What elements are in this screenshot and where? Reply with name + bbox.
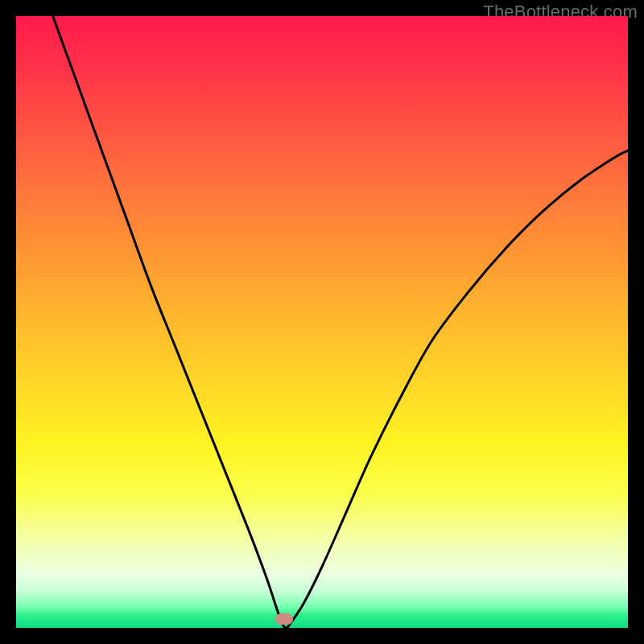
plot-area	[16, 16, 628, 628]
curve-svg	[16, 16, 628, 628]
optimal-marker	[275, 613, 293, 625]
bottleneck-curve-path	[53, 16, 628, 628]
chart-frame: TheBottleneck.com	[0, 0, 644, 644]
